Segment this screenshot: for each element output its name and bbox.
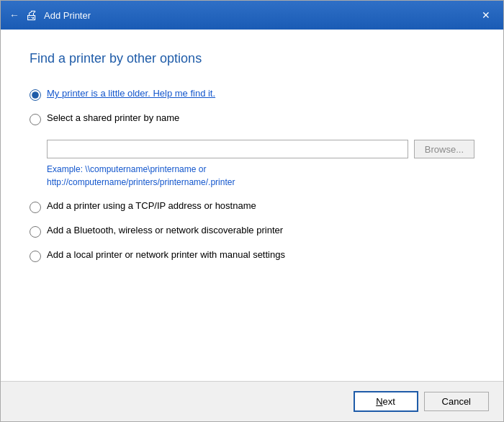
option-3: Add a printer using a TCP/IP address or … xyxy=(30,200,474,213)
label-opt3[interactable]: Add a printer using a TCP/IP address or … xyxy=(47,200,256,211)
cancel-button[interactable]: Cancel xyxy=(424,392,489,411)
radio-opt4[interactable] xyxy=(30,226,41,238)
option-1: My printer is a little older. Help me fi… xyxy=(30,88,474,101)
page-title: Find a printer by other options xyxy=(30,51,474,66)
radio-opt1[interactable] xyxy=(30,89,41,101)
shared-printer-section: Browse... Example: \\computername\printe… xyxy=(47,140,474,189)
next-button[interactable]: Next xyxy=(354,391,418,412)
example-line1: Example: \\computername\printername or xyxy=(47,164,206,174)
title-bar-left: ← 🖨 Add Printer xyxy=(9,8,91,23)
option-2: Select a shared printer by name xyxy=(30,112,474,125)
back-button[interactable]: ← xyxy=(9,9,19,21)
radio-opt3[interactable] xyxy=(30,202,41,213)
shared-printer-input[interactable] xyxy=(47,140,408,158)
window-title: Add Printer xyxy=(44,10,91,21)
example-line2: http://computername/printers/printername… xyxy=(47,177,235,187)
main-content: Find a printer by other options My print… xyxy=(1,30,503,381)
label-opt2[interactable]: Select a shared printer by name xyxy=(47,112,179,123)
radio-opt5[interactable] xyxy=(30,251,41,262)
option-5: Add a local printer or network printer w… xyxy=(30,249,474,262)
options-list: My printer is a little older. Help me fi… xyxy=(30,88,474,262)
title-bar: ← 🖨 Add Printer ✕ xyxy=(1,1,503,30)
close-button[interactable]: ✕ xyxy=(477,9,495,22)
shared-printer-input-row: Browse... xyxy=(47,140,474,158)
label-opt4[interactable]: Add a Bluetooth, wireless or network dis… xyxy=(47,225,283,235)
add-printer-window: ← 🖨 Add Printer ✕ Find a printer by othe… xyxy=(0,0,504,422)
label-opt5[interactable]: Add a local printer or network printer w… xyxy=(47,249,285,260)
label-opt1[interactable]: My printer is a little older. Help me fi… xyxy=(47,88,215,99)
printer-icon: 🖨 xyxy=(25,8,38,23)
option-4: Add a Bluetooth, wireless or network dis… xyxy=(30,225,474,238)
radio-opt2[interactable] xyxy=(30,114,41,125)
example-text: Example: \\computername\printername or h… xyxy=(47,163,474,189)
browse-button[interactable]: Browse... xyxy=(414,140,474,158)
footer: Next Cancel xyxy=(1,381,503,421)
